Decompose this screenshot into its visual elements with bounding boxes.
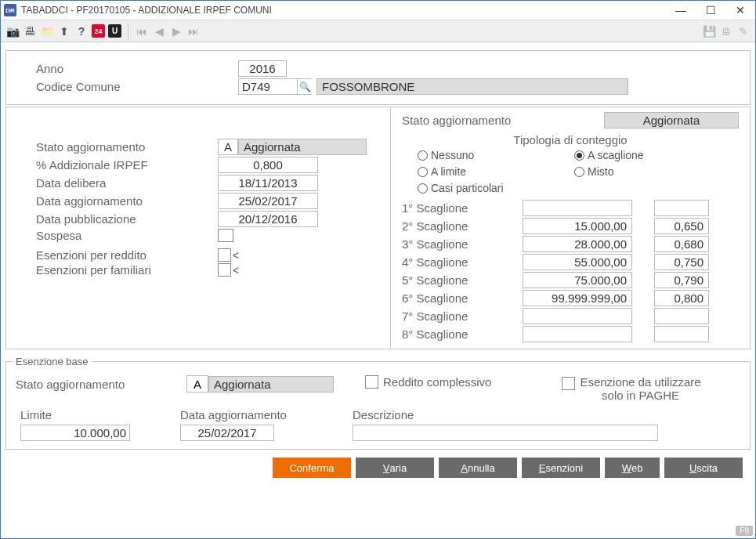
delibera-input[interactable] — [218, 175, 318, 191]
esen-fam-checkbox[interactable] — [218, 263, 231, 277]
scaglione-pct-input[interactable] — [654, 254, 709, 270]
perc-input[interactable] — [218, 157, 318, 173]
last-icon[interactable]: ⏭ — [186, 24, 201, 38]
close-button[interactable]: ✕ — [725, 1, 755, 20]
scaglione-amount-input[interactable] — [523, 308, 632, 324]
header-panel: Anno Codice Comune 🔍 FOSSOMBRONE — [5, 50, 751, 105]
edit-icon[interactable]: ✎ — [736, 24, 751, 38]
anno-input[interactable] — [238, 60, 287, 77]
scaglione-pct-input[interactable] — [654, 290, 709, 306]
save-icon[interactable]: 💾 — [702, 24, 716, 38]
scaglione-label: 8° Scaglione — [402, 327, 519, 341]
scaglione-label: 7° Scaglione — [402, 309, 519, 323]
radio-nessuno[interactable]: Nessuno — [418, 149, 574, 161]
scaglione-row: 3° Scaglione — [402, 236, 739, 252]
stato-agg-right-display: Aggiornata — [604, 112, 739, 128]
esen-agg-label: Data aggiornamento — [180, 408, 353, 421]
prev-icon[interactable]: ◀ — [152, 24, 166, 38]
radio-casi[interactable]: Casi particolari — [418, 182, 739, 194]
codice-comune-input[interactable] — [238, 78, 298, 95]
print-icon[interactable]: 🖶 — [23, 24, 37, 38]
esen-redd-checkbox[interactable] — [218, 248, 231, 262]
scaglione-label: 2° Scaglione — [402, 219, 519, 233]
esen-stato-code[interactable] — [186, 375, 208, 392]
descr-label: Descrizione — [353, 408, 740, 421]
less-than-icon: < — [233, 249, 239, 262]
scaglione-amount-input[interactable] — [523, 200, 632, 216]
scaglione-row: 7° Scaglione — [402, 308, 739, 324]
camera-icon[interactable]: 📷 — [5, 24, 20, 38]
scaglione-label: 4° Scaglione — [402, 255, 519, 269]
help-icon[interactable]: ? — [74, 24, 89, 38]
stato-text-display: Aggiornata — [238, 139, 367, 155]
red24-icon[interactable]: 24 — [92, 24, 105, 38]
maximize-button[interactable]: ☐ — [696, 1, 725, 20]
upload-icon[interactable]: ⬆ — [57, 24, 71, 38]
scaglione-pct-input[interactable] — [654, 326, 709, 342]
varia-button[interactable]: Varia — [356, 458, 434, 478]
scaglione-pct-input[interactable] — [654, 218, 709, 234]
limite-input[interactable] — [20, 425, 130, 441]
search-icon[interactable]: 🔍 — [298, 78, 312, 95]
radio-scaglione[interactable]: A scaglione — [574, 149, 731, 161]
comune-display: FOSSOMBRONE — [317, 78, 628, 95]
stato-agg-label: Stato aggiornamento — [36, 140, 218, 154]
main-panel: Stato aggiornamento Aggiornata % Addizio… — [5, 107, 751, 349]
esen-agg-input[interactable] — [180, 425, 274, 441]
tipologia-label: Tipologia di conteggio — [402, 133, 739, 147]
esenzioni-button[interactable]: Esenzioni — [522, 458, 600, 478]
app-icon: DR — [4, 4, 16, 16]
uscita-button[interactable]: Uscita — [664, 458, 743, 478]
scaglione-row: 2° Scaglione — [402, 218, 739, 234]
scaglione-amount-input[interactable] — [523, 218, 632, 234]
scaglione-row: 5° Scaglione — [402, 272, 739, 288]
next-icon[interactable]: ▶ — [169, 24, 183, 38]
limite-label: Limite — [20, 408, 180, 421]
esen-redd-label: Esenzioni per reddito — [36, 248, 218, 262]
codice-comune-label: Codice Comune — [36, 80, 238, 93]
data-pub-input[interactable] — [218, 211, 318, 227]
folder-icon[interactable]: 📁 — [40, 24, 54, 38]
scaglione-amount-input[interactable] — [523, 272, 632, 288]
stato-code-input[interactable] — [218, 139, 238, 155]
doc-icon[interactable]: 🗎 — [719, 24, 733, 38]
descr-input[interactable] — [353, 425, 658, 441]
scaglione-amount-input[interactable] — [523, 290, 632, 306]
scaglione-row: 8° Scaglione — [402, 326, 739, 342]
sospesa-checkbox[interactable] — [218, 229, 233, 242]
scaglione-row: 1° Scaglione — [402, 200, 739, 216]
web-button[interactable]: Web — [605, 458, 660, 478]
conferma-button[interactable]: Conferma — [273, 458, 351, 478]
toolbar: 📷 🖶 📁 ⬆ ? 24 U ⏮ ◀ ▶ ⏭ 💾 🗎 ✎ — [1, 20, 755, 42]
window-title: TABADDCI - PF20170105 - ADDIZIONALE IRPE… — [21, 5, 666, 16]
button-bar: Conferma Varia Annulla Esenzioni Web Usc… — [5, 451, 751, 479]
less-than-icon: < — [233, 264, 239, 277]
scaglione-label: 5° Scaglione — [402, 273, 519, 287]
esen-paghe-check[interactable]: Esenzione da utilizzare solo in PAGHE — [562, 375, 700, 402]
scaglione-label: 1° Scaglione — [402, 201, 519, 215]
radio-misto[interactable]: Misto — [574, 165, 731, 178]
esenzione-fieldset: Esenzione base Stato aggiornamento Aggio… — [5, 356, 751, 450]
stato-agg-right-label: Stato aggiornamento — [402, 114, 604, 127]
data-agg-input[interactable] — [218, 193, 318, 209]
first-icon[interactable]: ⏮ — [135, 24, 149, 38]
blacku-icon[interactable]: U — [108, 24, 121, 38]
scaglione-amount-input[interactable] — [523, 254, 632, 270]
scaglione-pct-input[interactable] — [654, 272, 709, 288]
scaglione-pct-input[interactable] — [654, 236, 709, 252]
scaglione-label: 6° Scaglione — [402, 291, 519, 305]
esen-stato-text: Aggiornata — [208, 376, 334, 392]
delibera-label: Data delibera — [36, 176, 218, 190]
esen-fam-label: Esenzioni per familiari — [36, 263, 218, 277]
scaglione-row: 6° Scaglione — [402, 290, 739, 306]
reddito-complessivo-check[interactable]: Reddito complessivo — [365, 375, 491, 389]
scaglione-amount-input[interactable] — [523, 236, 632, 252]
scaglione-amount-input[interactable] — [523, 326, 632, 342]
annulla-button[interactable]: Annulla — [439, 458, 517, 478]
radio-limite[interactable]: A limite — [418, 165, 574, 178]
scaglione-pct-input[interactable] — [654, 200, 709, 216]
scaglione-pct-input[interactable] — [654, 308, 709, 324]
data-agg-label: Data aggiornamento — [36, 194, 218, 208]
minimize-button[interactable]: — — [666, 1, 696, 20]
title-bar: DR TABADDCI - PF20170105 - ADDIZIONALE I… — [1, 1, 755, 20]
